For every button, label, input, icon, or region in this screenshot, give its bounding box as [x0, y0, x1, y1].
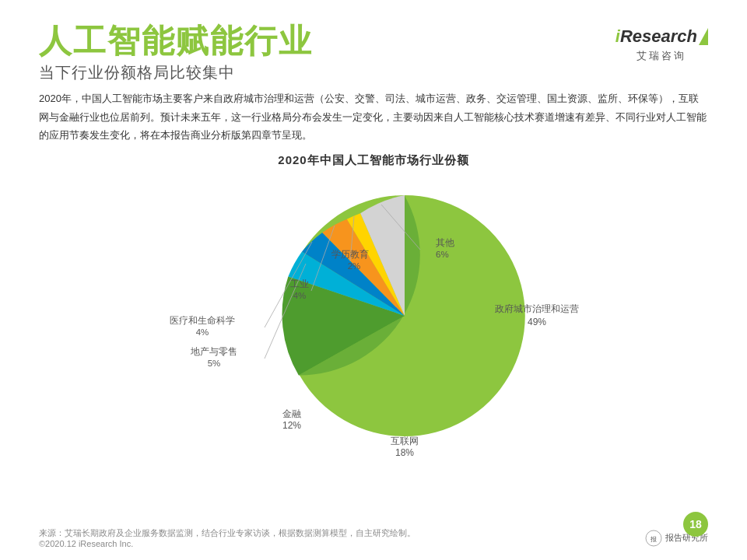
value-medical: 4%	[196, 327, 209, 337]
chart-section: 2020年中国人工智能市场行业份额	[39, 153, 708, 456]
title-block: 人工智能赋能行业 当下行业份额格局比较集中	[39, 23, 313, 83]
label-education: 学历教育	[331, 249, 369, 259]
svg-text:报: 报	[650, 536, 657, 543]
label-finance: 金融	[282, 408, 301, 419]
description-text: 2020年，中国人工智能市场主要客户来自政府城市治理和运营（公安、交警、司法、城…	[39, 89, 708, 144]
value-finance: 12%	[282, 420, 301, 431]
logo-triangle-icon	[699, 28, 708, 45]
copyright-label: ©2020.12 iResearch Inc.	[39, 539, 416, 548]
logo-area: i Research 艾瑞咨询	[615, 26, 708, 63]
source-text: 来源：艾瑞长期政府及企业服务数据监测，结合行业专家访谈，根据数据测算模型，自主研…	[39, 527, 416, 548]
label-realestate: 地产与零售	[190, 346, 237, 356]
header-area: 人工智能赋能行业 当下行业份额格局比较集中 i Research 艾瑞咨询	[39, 23, 708, 83]
label-internet: 互联网	[391, 436, 419, 446]
sub-title: 当下行业份额格局比较集中	[39, 62, 313, 83]
badge-icon: 报	[645, 530, 662, 547]
value-realestate: 5%	[208, 359, 221, 368]
pie-chart-svg: 政府城市治理和运营 49% 互联网 18% 金融 12% 地产与零售 5% 医疗…	[101, 176, 646, 456]
value-government: 49%	[528, 317, 546, 327]
chart-title: 2020年中国人工智能市场行业份额	[278, 153, 468, 168]
value-industry: 4%	[293, 291, 307, 300]
source-label: 来源：艾瑞长期政府及企业服务数据监测，结合行业专家访谈，根据数据测算模型，自主研…	[39, 527, 416, 539]
logo-research: Research	[620, 26, 697, 47]
label-government: 政府城市治理和运营	[495, 303, 579, 314]
logo-cn: 艾瑞咨询	[637, 49, 686, 63]
label-other: 其他	[436, 238, 454, 247]
page: 人工智能赋能行业 当下行业份额格局比较集中 i Research 艾瑞咨询 20…	[0, 0, 747, 560]
label-industry: 工业	[290, 279, 309, 289]
chart-container: 政府城市治理和运营 49% 互联网 18% 金融 12% 地产与零售 5% 医疗…	[101, 176, 646, 456]
value-education: 2%	[348, 261, 361, 271]
page-number: 18	[683, 512, 708, 537]
value-other: 6%	[436, 250, 449, 259]
label-medical: 医疗和生命科学	[170, 316, 235, 325]
logo-iresearch: i Research	[615, 26, 708, 47]
main-title: 人工智能赋能行业	[39, 23, 313, 59]
value-internet: 18%	[395, 447, 414, 456]
footer-area: 来源：艾瑞长期政府及企业服务数据监测，结合行业专家访谈，根据数据测算模型，自主研…	[0, 527, 747, 548]
